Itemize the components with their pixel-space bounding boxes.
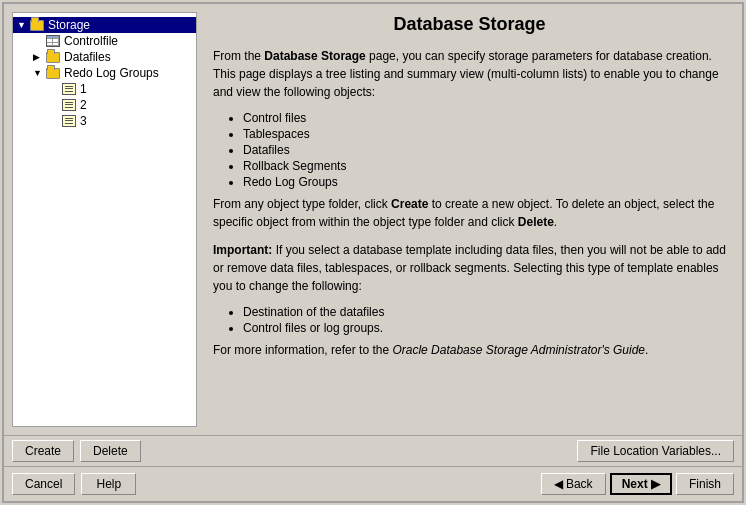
tree-panel: ▼ Storage ▶ [12, 12, 197, 427]
file-location-button[interactable]: File Location Variables... [577, 440, 734, 462]
back-label: Back [566, 477, 593, 491]
expand-icon-storage[interactable]: ▼ [17, 20, 27, 30]
tree-item-redo-2[interactable]: ▶ 2 [13, 97, 196, 113]
nav-bar: Cancel Help ◀ Back Next ▶ Finish [4, 466, 742, 501]
list-item-controlfiles: Control files [243, 111, 726, 125]
expand-icon-datafiles[interactable]: ▶ [33, 52, 43, 62]
delete-button[interactable]: Delete [80, 440, 141, 462]
tree-item-redo-3[interactable]: ▶ 3 [13, 113, 196, 129]
finish-button[interactable]: Finish [676, 473, 734, 495]
intro-paragraph: From the Database Storage page, you can … [213, 47, 726, 101]
log-icon-3 [61, 114, 77, 128]
tree-label-redo-1: 1 [80, 82, 87, 96]
tree-label-datafiles: Datafiles [64, 50, 111, 64]
tree-label-redo-2: 2 [80, 98, 87, 112]
next-label: Next [622, 477, 648, 491]
tree-label-redo: Redo Log Groups [64, 66, 159, 80]
create-delete-para: From any object type folder, click Creat… [213, 195, 726, 231]
folder-icon-datafiles [45, 50, 61, 64]
back-arrow-icon: ◀ [554, 477, 563, 491]
tree-label-controlfile: Controlfile [64, 34, 118, 48]
important-para: Important: If you select a database temp… [213, 241, 726, 295]
cancel-button[interactable]: Cancel [12, 473, 75, 495]
list-item-rollback: Rollback Segments [243, 159, 726, 173]
table-icon-controlfile [45, 34, 61, 48]
list-item-tablespaces: Tablespaces [243, 127, 726, 141]
list-item-destination: Destination of the datafiles [243, 305, 726, 319]
list-important: Destination of the datafiles Control fil… [243, 305, 726, 335]
expand-icon-redo[interactable]: ▼ [33, 68, 43, 78]
list-item-datafiles: Datafiles [243, 143, 726, 157]
nav-left-buttons: Cancel Help [12, 473, 136, 495]
nav-right-buttons: ◀ Back Next ▶ Finish [541, 473, 734, 495]
next-button[interactable]: Next ▶ [610, 473, 672, 495]
list-item-controlfiles-logs: Control files or log groups. [243, 321, 726, 335]
tree-item-redo-1[interactable]: ▶ 1 [13, 81, 196, 97]
log-icon-2 [61, 98, 77, 112]
tree-item-redo-log-groups[interactable]: ▼ Redo Log Groups [13, 65, 196, 81]
back-button[interactable]: ◀ Back [541, 473, 606, 495]
page-title: Database Storage [213, 14, 726, 35]
create-delete-bar: Create Delete File Location Variables... [4, 435, 742, 466]
folder-icon-redo [45, 66, 61, 80]
list-item-redo: Redo Log Groups [243, 175, 726, 189]
create-button[interactable]: Create [12, 440, 74, 462]
tree-item-controlfile[interactable]: ▶ Controlfile [13, 33, 196, 49]
help-button[interactable]: Help [81, 473, 136, 495]
tree-item-storage[interactable]: ▼ Storage [13, 17, 196, 33]
create-delete-group: Create Delete [12, 440, 141, 462]
log-icon-1 [61, 82, 77, 96]
tree-label-redo-3: 3 [80, 114, 87, 128]
footer-para: For more information, refer to the Oracl… [213, 341, 726, 359]
tree-item-datafiles[interactable]: ▶ Datafiles [13, 49, 196, 65]
content-panel: Database Storage From the Database Stora… [197, 4, 742, 435]
list-objects: Control files Tablespaces Datafiles Roll… [243, 111, 726, 189]
folder-icon-storage [29, 18, 45, 32]
tree-label-storage: Storage [48, 18, 90, 32]
next-arrow-icon: ▶ [651, 477, 660, 491]
